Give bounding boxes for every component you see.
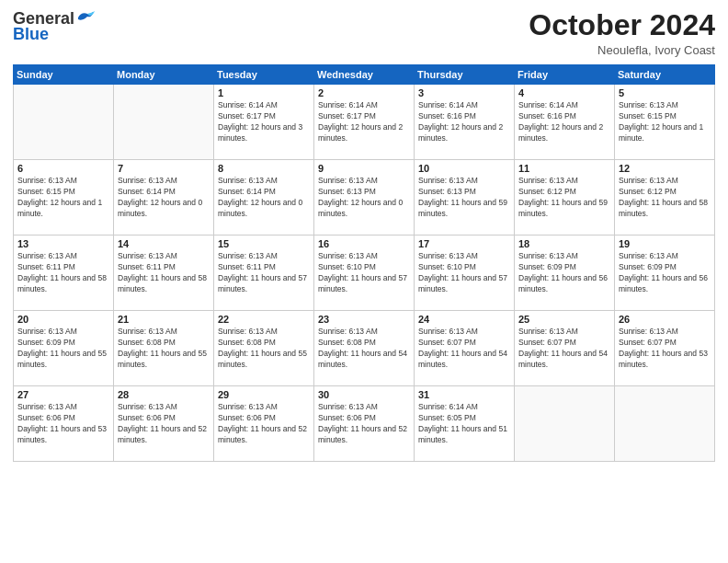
calendar-week-row: 27Sunrise: 6:13 AM Sunset: 6:06 PM Dayli… (14, 386, 715, 462)
calendar-cell: 23Sunrise: 6:13 AM Sunset: 6:08 PM Dayli… (314, 311, 415, 386)
day-info: Sunrise: 6:13 AM Sunset: 6:06 PM Dayligh… (218, 402, 310, 446)
calendar-cell: 16Sunrise: 6:13 AM Sunset: 6:10 PM Dayli… (314, 236, 415, 311)
day-number: 29 (218, 389, 310, 400)
day-number: 19 (619, 238, 711, 249)
calendar-cell: 25Sunrise: 6:13 AM Sunset: 6:07 PM Dayli… (515, 311, 615, 386)
calendar-cell: 20Sunrise: 6:13 AM Sunset: 6:09 PM Dayli… (14, 311, 114, 386)
day-info: Sunrise: 6:13 AM Sunset: 6:12 PM Dayligh… (619, 176, 711, 220)
day-info: Sunrise: 6:13 AM Sunset: 6:08 PM Dayligh… (318, 327, 410, 371)
calendar-cell: 6Sunrise: 6:13 AM Sunset: 6:15 PM Daylig… (14, 160, 114, 236)
calendar-cell: 18Sunrise: 6:13 AM Sunset: 6:09 PM Dayli… (515, 236, 615, 311)
day-number: 15 (218, 238, 310, 249)
calendar-week-row: 6Sunrise: 6:13 AM Sunset: 6:15 PM Daylig… (14, 160, 715, 236)
calendar-cell: 27Sunrise: 6:13 AM Sunset: 6:06 PM Dayli… (14, 386, 114, 462)
logo-bird-icon (76, 10, 97, 25)
calendar-cell (615, 386, 715, 462)
calendar-cell (114, 85, 214, 160)
day-number: 24 (418, 314, 510, 325)
calendar-cell: 19Sunrise: 6:13 AM Sunset: 6:09 PM Dayli… (615, 236, 715, 311)
day-number: 21 (118, 314, 210, 325)
day-info: Sunrise: 6:13 AM Sunset: 6:06 PM Dayligh… (17, 402, 109, 446)
calendar-cell: 13Sunrise: 6:13 AM Sunset: 6:11 PM Dayli… (14, 236, 114, 311)
day-number: 31 (418, 389, 510, 400)
day-info: Sunrise: 6:13 AM Sunset: 6:09 PM Dayligh… (518, 251, 610, 295)
day-info: Sunrise: 6:13 AM Sunset: 6:08 PM Dayligh… (118, 327, 210, 371)
day-number: 8 (218, 163, 310, 174)
day-number: 12 (619, 163, 711, 174)
logo-blue: Blue (13, 25, 49, 44)
day-info: Sunrise: 6:13 AM Sunset: 6:13 PM Dayligh… (318, 176, 410, 220)
weekday-header: Tuesday (214, 65, 314, 85)
calendar-table: SundayMondayTuesdayWednesdayThursdayFrid… (13, 64, 715, 462)
day-info: Sunrise: 6:13 AM Sunset: 6:07 PM Dayligh… (619, 327, 711, 371)
calendar-cell: 29Sunrise: 6:13 AM Sunset: 6:06 PM Dayli… (214, 386, 314, 462)
calendar-cell: 26Sunrise: 6:13 AM Sunset: 6:07 PM Dayli… (615, 311, 715, 386)
weekday-header: Monday (114, 65, 214, 85)
calendar-cell: 31Sunrise: 6:14 AM Sunset: 6:05 PM Dayli… (415, 386, 515, 462)
day-info: Sunrise: 6:13 AM Sunset: 6:10 PM Dayligh… (418, 251, 510, 295)
calendar-cell (14, 85, 114, 160)
day-number: 7 (118, 163, 210, 174)
day-info: Sunrise: 6:14 AM Sunset: 6:16 PM Dayligh… (418, 100, 510, 144)
weekday-header: Friday (515, 65, 615, 85)
day-number: 26 (619, 314, 711, 325)
day-info: Sunrise: 6:13 AM Sunset: 6:11 PM Dayligh… (17, 251, 109, 295)
calendar-cell: 22Sunrise: 6:13 AM Sunset: 6:08 PM Dayli… (214, 311, 314, 386)
day-number: 9 (318, 163, 410, 174)
calendar-cell: 1Sunrise: 6:14 AM Sunset: 6:17 PM Daylig… (214, 85, 314, 160)
day-info: Sunrise: 6:13 AM Sunset: 6:14 PM Dayligh… (218, 176, 310, 220)
weekday-header: Thursday (415, 65, 515, 85)
weekday-header: Wednesday (314, 65, 415, 85)
calendar-cell: 17Sunrise: 6:13 AM Sunset: 6:10 PM Dayli… (415, 236, 515, 311)
day-number: 11 (518, 163, 610, 174)
day-info: Sunrise: 6:13 AM Sunset: 6:11 PM Dayligh… (118, 251, 210, 295)
calendar-week-row: 1Sunrise: 6:14 AM Sunset: 6:17 PM Daylig… (14, 85, 715, 160)
day-info: Sunrise: 6:13 AM Sunset: 6:07 PM Dayligh… (518, 327, 610, 371)
day-info: Sunrise: 6:14 AM Sunset: 6:17 PM Dayligh… (318, 100, 410, 144)
calendar-cell: 21Sunrise: 6:13 AM Sunset: 6:08 PM Dayli… (114, 311, 214, 386)
day-number: 6 (17, 163, 109, 174)
day-number: 2 (318, 87, 410, 98)
month-title: October 2024 (529, 9, 715, 41)
calendar-cell: 5Sunrise: 6:13 AM Sunset: 6:15 PM Daylig… (615, 85, 715, 160)
day-info: Sunrise: 6:13 AM Sunset: 6:12 PM Dayligh… (518, 176, 610, 220)
calendar-cell: 7Sunrise: 6:13 AM Sunset: 6:14 PM Daylig… (114, 160, 214, 236)
day-number: 22 (218, 314, 310, 325)
calendar-header-row: SundayMondayTuesdayWednesdayThursdayFrid… (14, 65, 715, 85)
day-info: Sunrise: 6:13 AM Sunset: 6:09 PM Dayligh… (17, 327, 109, 371)
day-number: 13 (17, 238, 109, 249)
day-info: Sunrise: 6:13 AM Sunset: 6:06 PM Dayligh… (318, 402, 410, 446)
calendar-week-row: 13Sunrise: 6:13 AM Sunset: 6:11 PM Dayli… (14, 236, 715, 311)
calendar-cell: 11Sunrise: 6:13 AM Sunset: 6:12 PM Dayli… (515, 160, 615, 236)
day-number: 3 (418, 87, 510, 98)
calendar-cell: 3Sunrise: 6:14 AM Sunset: 6:16 PM Daylig… (415, 85, 515, 160)
calendar-cell: 28Sunrise: 6:13 AM Sunset: 6:06 PM Dayli… (114, 386, 214, 462)
day-info: Sunrise: 6:14 AM Sunset: 6:16 PM Dayligh… (518, 100, 610, 144)
day-number: 5 (619, 87, 711, 98)
calendar-cell: 4Sunrise: 6:14 AM Sunset: 6:16 PM Daylig… (515, 85, 615, 160)
day-info: Sunrise: 6:13 AM Sunset: 6:13 PM Dayligh… (418, 176, 510, 220)
calendar-cell: 9Sunrise: 6:13 AM Sunset: 6:13 PM Daylig… (314, 160, 415, 236)
calendar-cell: 2Sunrise: 6:14 AM Sunset: 6:17 PM Daylig… (314, 85, 415, 160)
day-number: 20 (17, 314, 109, 325)
day-info: Sunrise: 6:13 AM Sunset: 6:07 PM Dayligh… (418, 327, 510, 371)
location: Neoulefla, Ivory Coast (529, 43, 715, 57)
day-info: Sunrise: 6:13 AM Sunset: 6:14 PM Dayligh… (118, 176, 210, 220)
day-info: Sunrise: 6:14 AM Sunset: 6:17 PM Dayligh… (218, 100, 310, 144)
day-info: Sunrise: 6:13 AM Sunset: 6:15 PM Dayligh… (17, 176, 109, 220)
day-number: 17 (418, 238, 510, 249)
calendar-cell: 12Sunrise: 6:13 AM Sunset: 6:12 PM Dayli… (615, 160, 715, 236)
page: General Blue October 2024 Neoulefla, Ivo… (0, 0, 728, 563)
calendar-cell: 24Sunrise: 6:13 AM Sunset: 6:07 PM Dayli… (415, 311, 515, 386)
day-info: Sunrise: 6:13 AM Sunset: 6:09 PM Dayligh… (619, 251, 711, 295)
day-number: 16 (318, 238, 410, 249)
day-info: Sunrise: 6:13 AM Sunset: 6:06 PM Dayligh… (118, 402, 210, 446)
header: General Blue October 2024 Neoulefla, Ivo… (13, 9, 715, 57)
day-number: 27 (17, 389, 109, 400)
calendar-cell: 10Sunrise: 6:13 AM Sunset: 6:13 PM Dayli… (415, 160, 515, 236)
day-number: 18 (518, 238, 610, 249)
calendar-cell: 14Sunrise: 6:13 AM Sunset: 6:11 PM Dayli… (114, 236, 214, 311)
day-info: Sunrise: 6:13 AM Sunset: 6:11 PM Dayligh… (218, 251, 310, 295)
calendar-cell (515, 386, 615, 462)
day-number: 1 (218, 87, 310, 98)
